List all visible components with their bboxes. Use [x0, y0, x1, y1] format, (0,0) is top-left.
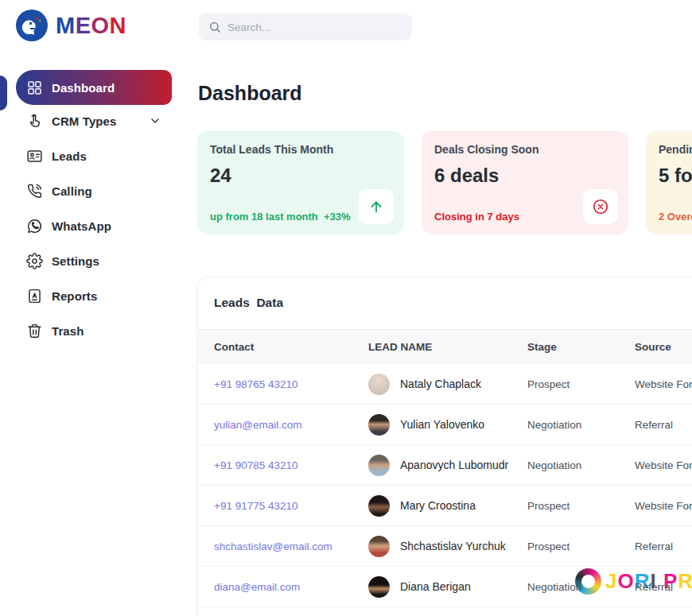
- sidebar-item-label: Trash: [52, 324, 84, 338]
- sidebar-item-trash[interactable]: Trash: [16, 313, 172, 348]
- sidebar: MEON Dashboard CRM Types Leads: [0, 0, 183, 616]
- sidebar-item-label: Dashboard: [52, 81, 115, 95]
- stat-card-total-leads: Total Leads This Month 24 up from 18 las…: [197, 131, 404, 234]
- stage-value: Prospect: [527, 500, 635, 512]
- column-header-contact: Contact: [214, 341, 368, 353]
- contact-link[interactable]: shchastislav@email.com: [214, 540, 368, 552]
- avatar: [368, 414, 390, 436]
- crm-app-window: MEON Dashboard CRM Types Leads: [0, 0, 692, 616]
- contact-link[interactable]: +91 91775 43210: [214, 500, 368, 512]
- avatar: [368, 495, 390, 517]
- table-row: diana@email.com Diana Berigan Negotiatio…: [198, 567, 692, 607]
- contact-link[interactable]: yulian@email.com: [214, 419, 368, 431]
- letter: N: [110, 13, 126, 39]
- source-value: Referral: [635, 540, 692, 552]
- sidebar-item-whatsapp[interactable]: WhatsApp: [16, 208, 172, 243]
- dashboard-grid-icon: [26, 79, 43, 96]
- phone-icon: [26, 183, 43, 200]
- stage-value: Negotiation: [527, 459, 635, 471]
- stat-card-deals-closing: Deals Closing Soon 6 deals Closing in 7 …: [422, 131, 628, 234]
- lead-name-cell: Shchastislav Yurchuk: [368, 536, 527, 557]
- lead-name-cell: Nataly Chaplack: [368, 374, 527, 395]
- stage-value: Negotiation: [527, 581, 635, 593]
- stat-card-title: Total Leads This Month: [210, 143, 391, 156]
- sidebar-item-label: Reports: [52, 289, 97, 303]
- arrow-up-icon: [359, 189, 394, 224]
- page-title: Dashboard: [198, 82, 302, 105]
- stat-card-note: 2 Overdue: [659, 211, 692, 223]
- source-value: Website Form: [635, 500, 692, 512]
- sidebar-item-dashboard[interactable]: Dashboard: [16, 70, 172, 105]
- whatsapp-icon: [26, 218, 43, 234]
- lead-name: Shchastislav Yurchuk: [400, 540, 506, 552]
- leads-table-title: Leads Data: [198, 277, 692, 330]
- sidebar-item-label: Settings: [52, 254, 99, 268]
- brand-name: MEON: [56, 13, 126, 39]
- table-row: shchastislav@email.com Shchastislav Yurc…: [198, 526, 692, 567]
- avatar: [368, 536, 390, 557]
- sidebar-item-leads[interactable]: Leads: [16, 138, 172, 173]
- stage-value: Negotiation: [527, 419, 635, 431]
- stat-card-value: 24: [210, 165, 391, 187]
- search-bar: [199, 14, 412, 41]
- lead-name-cell: Yulian Yalovenko: [368, 414, 527, 436]
- meon-logo-icon: [15, 9, 49, 42]
- table-row: +91 98765 43210 Nataly Chaplack Prospect…: [198, 364, 692, 405]
- contact-link[interactable]: +91 90785 43210: [214, 459, 368, 471]
- stage-value: Prospect: [527, 540, 635, 552]
- stat-card-note: up from 18 last month +33%: [210, 211, 351, 223]
- source-value: Referral: [635, 419, 692, 431]
- sidebar-item-settings[interactable]: Settings: [16, 243, 172, 278]
- lead-name: Nataly Chaplack: [400, 378, 481, 390]
- lead-name-cell: Diana Berigan: [368, 576, 527, 598]
- sidebar-item-calling[interactable]: Calling: [16, 173, 172, 208]
- avatar: [368, 455, 390, 476]
- source-value: Website Form: [635, 378, 692, 390]
- search-icon: [208, 21, 221, 33]
- search-input[interactable]: [227, 21, 402, 33]
- sidebar-item-label: Leads: [52, 149, 87, 163]
- table-row: yulian@email.com Yulian Yalovenko Negoti…: [198, 405, 692, 445]
- contact-link[interactable]: diana@email.com: [214, 581, 368, 593]
- chevron-down-icon: [149, 114, 161, 127]
- sidebar-item-label: CRM Types: [52, 114, 116, 128]
- trash-icon: [26, 323, 43, 339]
- stat-card-title: Deals Closing Soon: [434, 143, 616, 156]
- x-circle-icon: [583, 189, 618, 224]
- stat-card-note: Closing in 7 days: [434, 211, 519, 223]
- brand-logo[interactable]: MEON: [15, 9, 126, 42]
- column-header-source: Source: [635, 341, 692, 353]
- lead-name-cell: Mary Croostina: [368, 495, 527, 517]
- sidebar-item-label: WhatsApp: [52, 219, 111, 233]
- lead-name: Mary Croostina: [400, 499, 476, 512]
- letter: E: [76, 13, 91, 39]
- lead-name-cell: Apanovych Lubomudr: [368, 455, 527, 476]
- contact-link[interactable]: +91 98765 43210: [214, 378, 368, 390]
- table-row: +91 91775 43210 Mary Croostina Prospect …: [198, 486, 692, 526]
- table-row: +91 90785 43210 Apanovych Lubomudr Negot…: [198, 445, 692, 486]
- column-header-lead-name: LEAD NAME: [368, 341, 527, 353]
- letter: O: [91, 13, 110, 39]
- lead-name: Yulian Yalovenko: [400, 418, 484, 431]
- tap-icon: [26, 113, 43, 130]
- sidebar-item-crm-types[interactable]: CRM Types: [16, 103, 172, 138]
- lead-name: Apanovych Lubomudr: [400, 459, 508, 471]
- lead-name: Diana Berigan: [400, 580, 471, 593]
- leads-table-header-row: Contact LEAD NAME Stage Source: [198, 330, 692, 364]
- avatar: [368, 576, 390, 598]
- report-icon: [26, 288, 43, 304]
- contact-card-icon: [26, 148, 43, 165]
- avatar: [368, 374, 390, 395]
- source-value: Website Form: [635, 459, 692, 471]
- source-value: Referral: [635, 581, 692, 593]
- sidebar-item-label: Calling: [52, 184, 92, 198]
- stat-card-pending-followups: Pending Follow-Ups 5 follow-ups 2 Overdu…: [646, 131, 692, 234]
- active-edge-indicator: [0, 76, 7, 110]
- sidebar-item-reports[interactable]: Reports: [16, 278, 172, 313]
- stat-card-value: 6 deals: [434, 165, 616, 187]
- column-header-stage: Stage: [527, 341, 635, 353]
- letter: M: [56, 13, 76, 39]
- stat-card-title: Pending Follow-Ups: [659, 143, 692, 156]
- gear-icon: [26, 253, 43, 269]
- stat-card-value: 5 follow-ups: [659, 165, 692, 187]
